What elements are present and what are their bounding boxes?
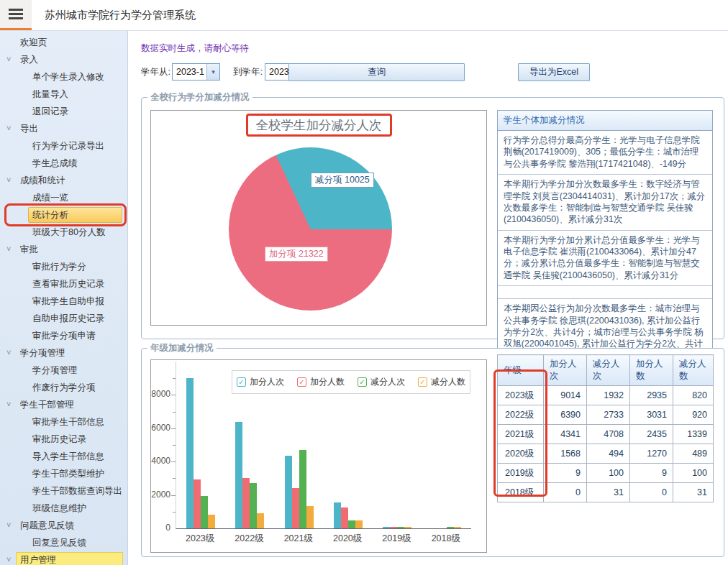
sidebar-item-label: 审批学生干部信息: [32, 417, 104, 427]
sidebar-item-label: 学分项管理: [20, 348, 65, 358]
sidebar-item[interactable]: 班级大于80分人数: [0, 224, 127, 241]
sidebar-item-label: 统计分析: [32, 210, 68, 220]
grade-table-row: 2022级639027333031920: [498, 405, 714, 425]
pie-chart-title: 全校学生加分减分人次: [256, 118, 382, 132]
sidebar-item[interactable]: 班级信息维护: [0, 500, 127, 517]
grade-table-header-cell: 减分人次: [587, 355, 630, 386]
query-button[interactable]: 查询: [288, 63, 465, 81]
bar: [355, 520, 363, 528]
x-axis-label: 2022级: [224, 533, 273, 545]
sidebar-item[interactable]: 学分项管理: [0, 362, 127, 379]
sidebar-item[interactable]: 行为学分记录导出: [0, 137, 127, 155]
student-panel-row: 本学期行为学分加分累计总分值最多学生：光学与电子信息学院 崔洪雨(2100433…: [498, 231, 712, 287]
value-cell: 9: [630, 464, 673, 483]
status-text: 数据实时生成，请耐心等待: [141, 42, 249, 55]
student-panel-header: 学生个体加减分情况: [498, 111, 712, 131]
sidebar-item-label: 审批学生自助申报: [32, 296, 104, 306]
sidebar-item[interactable]: 审批行为学分: [0, 258, 127, 275]
grade-cell: 2018级: [498, 483, 544, 502]
y-axis-label: 4000: [146, 456, 170, 466]
value-cell: 820: [673, 386, 714, 405]
sidebar-item[interactable]: ˅学分项管理: [0, 344, 127, 362]
sidebar-item[interactable]: 导入学生干部信息: [0, 448, 127, 465]
sidebar-item[interactable]: 统计分析: [0, 206, 127, 224]
bar: [208, 515, 215, 528]
grade-section-legend: 年级加减分情况: [147, 342, 217, 354]
sidebar-item-label: 用户管理: [20, 555, 56, 565]
bar-xlabels: 2023级2022级2021级2020级2019级2018级: [176, 533, 470, 545]
bar: [242, 478, 250, 528]
school-section-legend: 全校行为学分加减分情况: [147, 91, 252, 104]
sidebar-item-label: 学生总成绩: [32, 158, 78, 168]
sidebar-item[interactable]: ˅用户管理: [0, 551, 127, 565]
sidebar-item-label: 成绩一览: [32, 193, 68, 203]
sidebar-item[interactable]: 审批学生干部信息: [0, 413, 127, 431]
sidebar-item[interactable]: ˅审批: [0, 241, 127, 258]
y-axis-tick: [171, 461, 176, 462]
sidebar-item-label: 回复意见反馈: [32, 538, 86, 548]
sidebar-item-label: 退回记录: [32, 106, 68, 116]
value-cell: 31: [673, 483, 714, 502]
top-header: 苏州城市学院行为学分管理系统: [0, 0, 728, 31]
sidebar-item[interactable]: 欢迎页: [0, 34, 127, 51]
sidebar-item-label: 学生干部类型维护: [32, 469, 104, 479]
x-axis-label: 2018级: [422, 533, 470, 545]
bar: [250, 483, 257, 528]
sidebar-item[interactable]: ˅问题意见反馈: [0, 517, 127, 534]
export-excel-button[interactable]: 导出为Excel: [518, 63, 590, 81]
sidebar-item[interactable]: 查看审批历史记录: [0, 275, 127, 293]
grade-cell: 2019级: [498, 464, 544, 483]
chevron-down-icon: ˅: [6, 395, 11, 413]
bar: [390, 527, 397, 528]
year-from-select[interactable]: 2023-1 ▾: [172, 63, 220, 81]
chevron-down-icon: ˅: [6, 551, 11, 565]
grade-table-row: 2021级4341470824351339: [498, 425, 714, 444]
chevron-down-icon[interactable]: ▾: [206, 64, 219, 80]
value-cell: 100: [673, 464, 714, 483]
bar: [306, 506, 314, 528]
sidebar-item[interactable]: 批量导入: [0, 86, 127, 103]
sidebar-item[interactable]: 退回记录: [0, 103, 127, 120]
chevron-down-icon: ˅: [6, 171, 11, 188]
sidebar-item[interactable]: 自助申报历史记录: [0, 310, 127, 327]
sidebar-item[interactable]: 回复意见反馈: [0, 534, 127, 551]
sidebar-item[interactable]: 审批学分项申请: [0, 327, 127, 344]
grade-table-row: 2018级031031: [498, 483, 714, 502]
sidebar-item-label: 欢迎页: [20, 37, 47, 47]
sidebar-item[interactable]: 单个学生录入修改: [0, 68, 127, 86]
sidebar-item[interactable]: ˅录入: [0, 51, 127, 68]
sidebar-item[interactable]: 学生干部类型维护: [0, 465, 127, 482]
bar: [447, 527, 454, 528]
sidebar-item-label: 审批: [20, 244, 38, 254]
sidebar-item[interactable]: 成绩一览: [0, 189, 127, 206]
sidebar-item[interactable]: 学生总成绩: [0, 155, 127, 172]
sidebar-item[interactable]: 审批学生自助申报: [0, 293, 127, 310]
bar-plot: 02000400060008000: [176, 362, 471, 529]
sidebar-item[interactable]: 学生干部数据查询导出: [0, 482, 127, 500]
hamburger-menu-button[interactable]: [0, 0, 32, 30]
y-axis-tick: [173, 478, 176, 479]
sidebar-item-label: 问题意见反馈: [20, 520, 74, 530]
sidebar-item-label: 审批学分项申请: [32, 331, 96, 341]
value-cell: 494: [587, 444, 630, 464]
sidebar-item-label: 班级信息维护: [32, 503, 86, 513]
sidebar-item[interactable]: ˅学生干部管理: [0, 396, 127, 413]
grade-cell: 2020级: [498, 444, 544, 464]
sidebar-item[interactable]: 作废行为学分项: [0, 379, 127, 396]
value-cell: 1270: [630, 444, 673, 464]
sidebar-item-label: 导入学生干部信息: [32, 451, 104, 461]
pie-chart-box: 全校学生加分减分人次 减分项 10025 加分项 21322: [150, 110, 487, 326]
x-axis-label: 2021级: [274, 533, 323, 545]
x-axis-label: 2019级: [372, 533, 421, 545]
value-cell: 2435: [630, 425, 673, 444]
bar: [383, 527, 390, 528]
sidebar-item-label: 学分项管理: [32, 365, 78, 375]
sidebar-item[interactable]: 审批历史记录: [0, 431, 127, 448]
student-panel: 学生个体加减分情况 行为学分总得分最高分学生：光学与电子信息学院 荆畅(2017…: [497, 110, 713, 367]
grade-cell: 2023级: [498, 386, 544, 405]
sidebar-item[interactable]: ˅导出: [0, 120, 127, 137]
sidebar-item[interactable]: ˅成绩和统计: [0, 172, 127, 189]
sidebar-nav: 欢迎页˅录入单个学生录入修改批量导入退回记录˅导出行为学分记录导出学生总成绩˅成…: [0, 30, 128, 565]
bar: [186, 378, 194, 528]
value-cell: 2935: [630, 386, 673, 405]
